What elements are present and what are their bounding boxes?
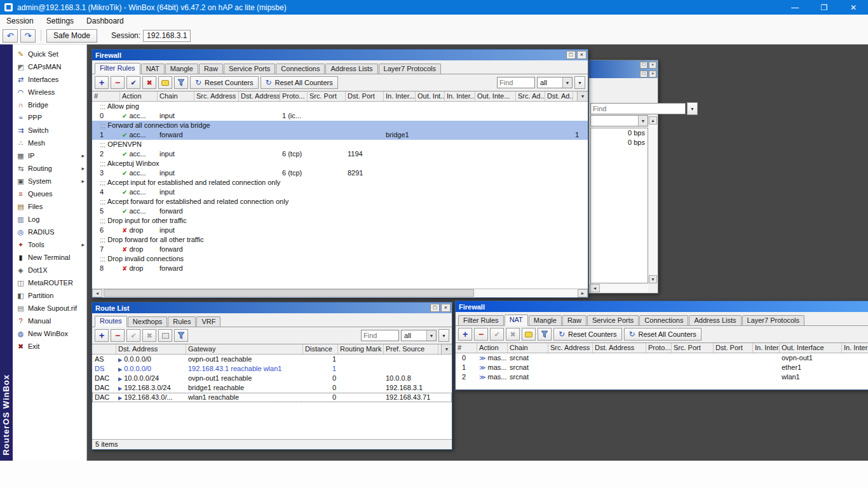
comment-button[interactable] [522, 328, 536, 341]
tab-nat[interactable]: NAT [141, 64, 165, 74]
column-header[interactable]: Routing Mark [338, 344, 384, 354]
remove-button[interactable]: − [111, 76, 125, 89]
sidebar-item-log[interactable]: ▥Log [13, 213, 86, 226]
filter-scope-select[interactable]: all ▼ [537, 77, 573, 88]
menu-session[interactable]: Session [0, 15, 40, 27]
reset-all-counters-button[interactable]: ↻ Reset All Counters [624, 328, 702, 341]
table-row[interactable]: 7✘dropforward [92, 245, 588, 254]
sidebar-item-ip[interactable]: ▦IP▸ [13, 149, 86, 162]
column-header[interactable]: Dst. Port [714, 343, 753, 353]
column-header[interactable]: # [456, 343, 477, 353]
column-header[interactable]: Src. Ad... [516, 92, 545, 101]
add-button[interactable]: + [95, 329, 109, 342]
sidebar-item-make-supout-rif[interactable]: ▤Make Supout.rif [13, 302, 86, 315]
tab-layer7-protocols[interactable]: Layer7 Protocols [742, 315, 805, 325]
table-row[interactable]: 5✔acc...forward [92, 207, 588, 216]
horizontal-scrollbar[interactable]: ◄ ► [92, 288, 588, 297]
tab-service-ports[interactable]: Service Ports [587, 315, 639, 325]
comment-row[interactable]: ;;; Akceptuj Winbox [92, 159, 588, 168]
sidebar-item-tools[interactable]: ✦Tools▸ [13, 238, 86, 251]
fragment-titlebar-2[interactable]: □ × [589, 69, 658, 78]
tab-mangle[interactable]: Mangle [529, 315, 562, 325]
tab-routes[interactable]: Routes [95, 316, 127, 327]
reset-counters-button[interactable]: ↻ Reset Counters [553, 328, 622, 341]
menu-dashboard[interactable]: Dashboard [80, 15, 130, 27]
sidebar-item-capsman[interactable]: ◩CAPsMAN [13, 60, 86, 73]
column-header[interactable]: In. Inter... [384, 92, 416, 101]
find-input[interactable] [497, 77, 535, 88]
remove-button[interactable]: − [474, 328, 488, 341]
sidebar-item-wireless[interactable]: ◠Wireless [13, 86, 86, 98]
sidebar-item-routing[interactable]: ⇆Routing▸ [13, 162, 86, 175]
maximize-button[interactable]: ❐ [810, 0, 839, 15]
sidebar-item-bridge[interactable]: ∩Bridge [13, 98, 86, 111]
column-header[interactable]: Pref. Source [384, 344, 438, 354]
tab-nexthops[interactable]: Nexthops [128, 316, 167, 327]
redo-button[interactable]: ↷ [20, 29, 36, 43]
close-button[interactable]: × [441, 304, 451, 312]
filter-dropdown-button[interactable]: ▼ [574, 76, 585, 89]
sidebar-item-exit[interactable]: ✖Exit [13, 340, 86, 353]
sidebar-item-manual[interactable]: ?Manual [13, 315, 86, 327]
scroll-right-icon[interactable]: ► [578, 289, 588, 297]
column-header[interactable]: Chain [158, 92, 194, 101]
sidebar-item-quick-set[interactable]: ✎Quick Set [13, 48, 86, 60]
scroll-left-icon[interactable]: ◄ [92, 289, 102, 297]
table-row[interactable]: DS▶0.0.0.0/0192.168.43.1 reachable wlan1… [92, 364, 452, 374]
disable-button[interactable]: ✖ [142, 329, 156, 342]
scroll-left-icon[interactable]: ◄ [590, 284, 600, 292]
chevron-down-icon[interactable]: ▼ [687, 102, 698, 115]
filter-button[interactable] [538, 328, 552, 341]
tab-filter-rules[interactable]: Filter Rules [95, 63, 140, 74]
column-header[interactable]: In. Inter... [842, 343, 868, 353]
column-header[interactable]: Dst. Port [346, 92, 384, 101]
sidebar-item-metarouter[interactable]: ◫MetaROUTER [13, 276, 86, 289]
fragment-titlebar[interactable]: □ × [589, 60, 658, 69]
horizontal-scrollbar[interactable]: ◄ [590, 284, 648, 292]
table-row[interactable]: DAC▶192.168.3.0/24bridge1 reachable0192.… [92, 383, 452, 393]
column-header[interactable]: Src. Port [308, 92, 346, 101]
column-header[interactable]: Out. Interface [780, 343, 842, 353]
comment-row[interactable]: ;;; OPENVPN [92, 140, 588, 149]
scroll-track[interactable] [600, 284, 648, 292]
sidebar-item-new-winbox[interactable]: ◍New WinBox [13, 327, 86, 340]
add-button[interactable]: + [95, 76, 109, 89]
comment-row[interactable]: ;;; Forward all connection via bridge [92, 121, 588, 130]
tab-raw[interactable]: Raw [562, 315, 587, 325]
table-row[interactable]: 8✘dropforward [92, 264, 588, 273]
column-header[interactable]: Action [120, 92, 158, 101]
find-input[interactable] [361, 330, 399, 341]
restore-button[interactable]: □ [430, 304, 440, 312]
tab-mangle[interactable]: Mangle [165, 64, 198, 74]
tab-filter-rules[interactable]: Filter Rules [458, 315, 504, 325]
scroll-thumb[interactable] [104, 289, 474, 297]
close-button[interactable]: × [577, 51, 587, 59]
column-header[interactable]: Src. Address [194, 92, 239, 101]
table-row[interactable]: 6✘dropinput [92, 226, 588, 235]
sidebar-item-ppp[interactable]: ≈PPP [13, 111, 86, 124]
sidebar-item-switch[interactable]: ⇉Switch [13, 124, 86, 137]
filter-scope-select[interactable]: all ▼ [401, 330, 437, 341]
comment-row[interactable]: ;;; Allow ping [92, 102, 588, 111]
tab-address-lists[interactable]: Address Lists [689, 315, 741, 325]
filter-button[interactable] [174, 329, 188, 342]
table-row[interactable]: 0≫mas...srcnatovpn-out1 [456, 353, 868, 363]
table-row[interactable]: 4✔acc...input [92, 187, 588, 197]
comment-row[interactable]: ;;; Accept forward for established and r… [92, 197, 588, 207]
filter-button[interactable] [174, 76, 188, 89]
column-header[interactable]: Gateway [186, 344, 303, 354]
column-header[interactable]: Chain [508, 343, 548, 353]
window-titlebar[interactable]: Firewall □ × [92, 50, 588, 60]
reset-all-counters-button[interactable]: ↻ Reset All Counters [261, 76, 338, 89]
column-header[interactable]: Distance [303, 344, 338, 354]
table-row[interactable]: 2≫mas...srcnatwlan1 [456, 372, 868, 382]
tab-layer7-protocols[interactable]: Layer7 Protocols [379, 64, 442, 74]
copy-button[interactable] [158, 329, 172, 342]
enable-button[interactable]: ✔ [490, 328, 504, 341]
sidebar-item-files[interactable]: ▤Files [13, 200, 86, 213]
filter-select[interactable]: ▼ [590, 115, 648, 126]
column-header[interactable]: Src. Address [548, 343, 593, 353]
table-row[interactable]: 2✔acc...input6 (tcp)1194 [92, 149, 588, 159]
safe-mode-button[interactable]: Safe Mode [46, 29, 97, 43]
window-titlebar[interactable]: Firewall [456, 301, 868, 312]
